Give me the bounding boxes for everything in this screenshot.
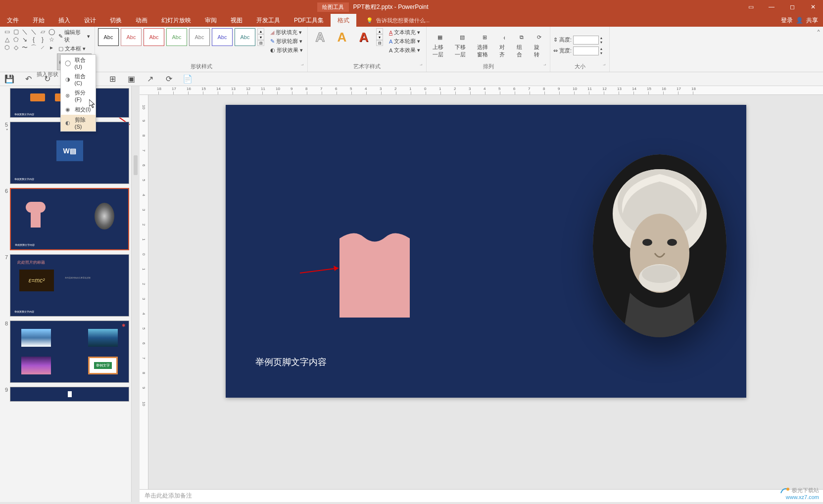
- style-nav-up[interactable]: ▴: [257, 28, 264, 34]
- text-fill-button[interactable]: A文本填充▾: [387, 28, 422, 37]
- document-title: PPT教程2.pptx - PowerPoint: [353, 3, 428, 11]
- maximize-button[interactable]: ◻: [782, 0, 802, 14]
- wordart-nav-up[interactable]: ▴: [376, 28, 383, 34]
- svg-point-11: [642, 265, 678, 283]
- notes-pane[interactable]: 单击此处添加备注: [140, 489, 823, 502]
- height-spin-down[interactable]: ▾: [600, 40, 602, 45]
- tab-design[interactable]: 设计: [77, 14, 103, 27]
- einstein-image[interactable]: [593, 154, 726, 337]
- height-icon: ⇕: [553, 37, 558, 43]
- horizontal-ruler: 1817161514131211109876543210123456789101…: [140, 86, 823, 95]
- signin-link[interactable]: 登录: [781, 16, 793, 25]
- style-preset[interactable]: Abc: [235, 28, 255, 46]
- shapes-gallery[interactable]: ▭▢＼＼▱◯ △⬠↘{}☆ ⬡◇〜⌒⟋▸: [3, 28, 55, 51]
- qat-tool-5[interactable]: 📄: [182, 74, 193, 85]
- shape-effects-button[interactable]: ◐形状效果▾: [269, 46, 304, 54]
- wordart-gallery[interactable]: A A A ▴ ▾ ⊟: [311, 28, 383, 46]
- slide-thumb-8[interactable]: ✱ 举例文字: [10, 321, 129, 383]
- qat-tool-3[interactable]: ↗: [145, 74, 155, 85]
- slide-thumb-6[interactable]: 举例页脚文字内容: [10, 188, 129, 250]
- vertical-ruler: 10987654321012345678910: [140, 95, 148, 489]
- tellme-icon: 💡: [366, 17, 373, 24]
- close-button[interactable]: ✕: [803, 0, 823, 14]
- tab-pdf[interactable]: PDF工具集: [287, 14, 331, 27]
- minimize-button[interactable]: —: [762, 0, 781, 14]
- style-nav-down[interactable]: ▾: [257, 34, 264, 40]
- pink-shape[interactable]: [339, 229, 410, 318]
- height-spin-up[interactable]: ▴: [600, 36, 602, 40]
- style-nav-more[interactable]: ⊟: [257, 40, 264, 46]
- wordart-preset[interactable]: A: [333, 28, 351, 46]
- rotate-button[interactable]: ⟳旋转: [531, 31, 547, 60]
- height-input[interactable]: [573, 36, 599, 45]
- ribbon-display-options[interactable]: ▭: [741, 0, 761, 14]
- style-preset[interactable]: Abc: [121, 28, 142, 46]
- context-tools-label: 绘图工具: [317, 2, 349, 12]
- merge-intersect[interactable]: ◉相交(I): [61, 104, 96, 115]
- tab-file[interactable]: 文件: [0, 14, 26, 27]
- merge-union[interactable]: ◯联合(U): [61, 55, 96, 71]
- edit-shape-button[interactable]: ✎编辑形状▾: [57, 28, 92, 44]
- style-preset[interactable]: Abc: [98, 28, 119, 46]
- shape-style-gallery[interactable]: Abc Abc Abc Abc Abc Abc Abc ▴ ▾ ⊟: [98, 28, 264, 46]
- slide-footer-text[interactable]: 举例页脚文字内容: [255, 356, 327, 368]
- merge-combine[interactable]: ◑组合(C): [61, 71, 96, 88]
- qat-tool-2[interactable]: ▣: [126, 74, 137, 85]
- title-bar: 绘图工具 PPT教程2.pptx - PowerPoint ▭ — ◻ ✕: [0, 0, 823, 14]
- tab-animations[interactable]: 动画: [129, 14, 154, 27]
- text-box-button[interactable]: ▢文本框▾: [57, 45, 92, 53]
- annotation-arrow-icon: [300, 263, 344, 278]
- wordart-preset[interactable]: A: [354, 28, 373, 46]
- text-outline-button[interactable]: A文本轮廓▾: [387, 37, 422, 46]
- group-button[interactable]: ⧉组合: [514, 31, 530, 60]
- watermark: 极光下载站 www.xz7.com: [780, 486, 819, 500]
- tab-review[interactable]: 审阅: [198, 14, 224, 27]
- wordart-preset[interactable]: A: [311, 28, 330, 46]
- send-backward-button[interactable]: ▧下移一层: [452, 31, 473, 60]
- style-preset[interactable]: Abc: [166, 28, 187, 46]
- style-preset[interactable]: Abc: [212, 28, 233, 46]
- slide-thumbnails-panel[interactable]: 举例页脚文字内容 5* W▤ 举例页脚文字内容 6 举例页脚文字内容 7: [0, 86, 132, 502]
- wordart-nav-more[interactable]: ⊟: [376, 40, 383, 46]
- width-label: 宽度:: [559, 47, 572, 54]
- tab-slideshow[interactable]: 幻灯片放映: [154, 14, 198, 27]
- width-spin-up[interactable]: ▴: [600, 46, 602, 51]
- panel-splitter[interactable]: [132, 86, 140, 502]
- ribbon-tabs: 文件 开始 插入 设计 切换 动画 幻灯片放映 审阅 视图 开发工具 PDF工具…: [0, 14, 823, 27]
- tab-format[interactable]: 格式: [331, 14, 356, 27]
- slide-thumb-9[interactable]: [10, 387, 129, 402]
- tellme-input[interactable]: 告诉我您想要做什么...: [376, 17, 430, 24]
- tab-view[interactable]: 视图: [224, 14, 249, 27]
- selection-pane-button[interactable]: ⊞选择窗格: [474, 31, 495, 60]
- slide-canvas[interactable]: 举例页脚文字内容: [226, 105, 746, 398]
- collapse-ribbon-button[interactable]: ˄: [814, 27, 823, 72]
- share-button[interactable]: 共享: [806, 16, 818, 25]
- ribbon: ▭▢＼＼▱◯ △⬠↘{}☆ ⬡◇〜⌒⟋▸ ✎编辑形状▾ ▢文本框▾ ◉合并形状▾…: [0, 27, 823, 72]
- svg-marker-3: [334, 266, 339, 271]
- svg-line-2: [300, 268, 339, 273]
- merge-subtract[interactable]: ◐剪除(S): [61, 115, 96, 131]
- slide-editor: 1817161514131211109876543210123456789101…: [140, 86, 823, 502]
- text-effects-button[interactable]: A文本效果▾: [387, 46, 422, 54]
- main-area: 举例页脚文字内容 5* W▤ 举例页脚文字内容 6 举例页脚文字内容 7: [0, 86, 823, 502]
- style-preset[interactable]: Abc: [189, 28, 210, 46]
- group-label-shape-styles: 形状样式: [98, 62, 304, 71]
- qat-tool-4[interactable]: ⟳: [163, 74, 174, 85]
- tab-insert[interactable]: 插入: [51, 14, 77, 27]
- style-preset[interactable]: Abc: [144, 28, 164, 46]
- slide-thumb-7[interactable]: 此处照片的标题 ε=mc² 本作品采用知识共享署名授权 举例页脚文字内容: [10, 254, 129, 317]
- shape-fill-button[interactable]: ◢形状填充▾: [269, 28, 304, 37]
- tab-home[interactable]: 开始: [26, 14, 51, 27]
- tab-transitions[interactable]: 切换: [103, 14, 129, 27]
- group-label-arrange: 排列: [430, 62, 547, 71]
- bring-forward-button[interactable]: ▦上移一层: [430, 31, 450, 60]
- qat-tool-1[interactable]: ⊞: [107, 74, 118, 85]
- align-button[interactable]: ⫞对齐: [496, 31, 512, 60]
- quick-access-toolbar: 💾 ↶ ↻ ▷ ⊞ ▣ ↗ ⟳ 📄: [0, 72, 823, 86]
- wordart-nav-down[interactable]: ▾: [376, 34, 383, 40]
- width-spin-down[interactable]: ▾: [600, 51, 602, 55]
- merge-fragment[interactable]: ⊗拆分(F): [61, 88, 96, 104]
- shape-outline-button[interactable]: ✎形状轮廓▾: [269, 37, 304, 46]
- tab-developer[interactable]: 开发工具: [249, 14, 287, 27]
- width-input[interactable]: [573, 46, 599, 55]
